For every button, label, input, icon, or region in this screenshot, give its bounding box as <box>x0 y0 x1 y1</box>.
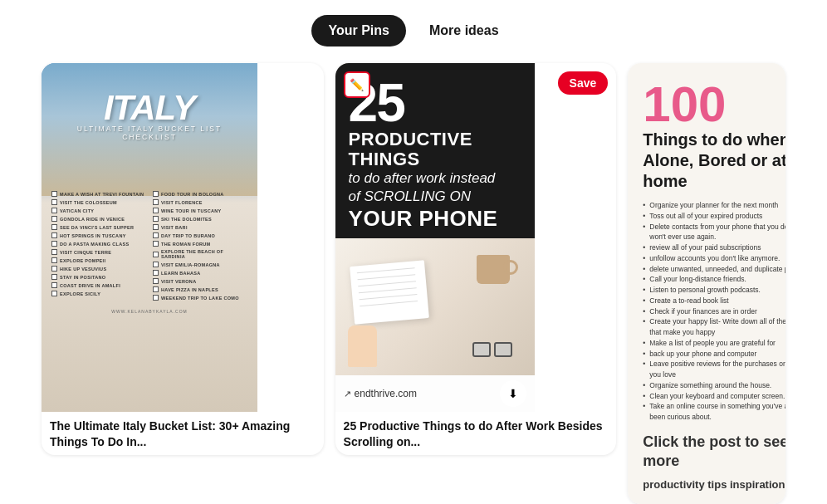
checklist-text: VISIT THE COLOSSEUM <box>60 200 117 205</box>
checklist-item: VISIT FLORENCE <box>153 199 247 205</box>
list-item: Take an online course in something you'v… <box>643 401 785 423</box>
checklist-item: SKI THE DOLOMITES <box>153 216 247 222</box>
productive-title-bold: PRODUCTIVE THINGS <box>349 130 521 169</box>
pins-grid: ITALY ULTIMATE ITALY BUCKET LIST CHECKLI… <box>0 63 827 504</box>
list-item: Clean your keyboard and computer screen. <box>643 391 785 402</box>
100things-tag: productivity tips inspiration <box>643 478 785 491</box>
checklist-text: HIKE UP VESUVIUS <box>60 267 106 272</box>
checkbox <box>51 224 57 230</box>
list-item: Organize your planner for the next month <box>643 200 785 211</box>
checklist-text: FOOD TOUR IN BOLOGNA <box>161 192 224 197</box>
checklist-item: DO A PASTA MAKING CLASS <box>51 241 146 247</box>
checklist-text: VISIT BARI <box>161 225 188 230</box>
checklist-item: VISIT THE COLOSSEUM <box>51 199 146 205</box>
save-button[interactable]: Save <box>558 71 609 95</box>
coffee-cup-visual <box>477 255 510 284</box>
100things-content: 100 Things to do when Alone, Bored or at… <box>628 63 785 504</box>
100things-title: Things to do when Alone, Bored or at hom… <box>643 130 785 192</box>
list-item: Check if your finances are in order <box>643 306 785 317</box>
checklist-text: DO A PASTA MAKING CLASS <box>60 242 129 247</box>
glasses-frame <box>472 342 518 359</box>
endthrive-url: endthrive.com <box>355 388 417 399</box>
checkbox <box>153 191 159 197</box>
list-item: unfollow accounts you don't like anymore… <box>643 253 785 264</box>
checklist-text: SEE DA VINCI'S LAST SUPPER <box>60 225 134 230</box>
checkbox <box>153 199 159 205</box>
italy-card[interactable]: ITALY ULTIMATE ITALY BUCKET LIST CHECKLI… <box>42 63 324 455</box>
checkbox <box>51 291 57 296</box>
checklist-item: VISIT VERONA <box>153 278 247 284</box>
checklist-item: MAKE A WISH AT TREVI FOUNTAIN <box>51 191 146 197</box>
checkbox <box>153 224 159 230</box>
checklist-text: VISIT EMILIA-ROMAGNA <box>161 262 220 267</box>
italy-caption: The Ultimate Italy Bucket List: 30+ Amaz… <box>42 412 324 455</box>
checklist-text: STAY IN POSITANO <box>60 275 105 280</box>
checkbox <box>51 216 57 222</box>
checkbox <box>153 241 159 247</box>
checklist-item: VATICAN CITY <box>51 208 146 213</box>
checklist-text: MAKE A WISH AT TREVI FOUNTAIN <box>60 192 144 197</box>
your-pins-tab[interactable]: Your Pins <box>311 15 406 46</box>
checklist-item: SEE DA VINCI'S LAST SUPPER <box>51 224 146 230</box>
list-item: Toss out all of your expired products <box>643 211 785 222</box>
hand-visual <box>348 325 377 367</box>
desk-visual <box>335 238 535 375</box>
checklist-item: WINE TOUR IN TUSCANY <box>153 208 247 213</box>
list-item: Leave positive reviews for the purchases… <box>643 359 785 380</box>
glasses-lens-right <box>494 342 512 357</box>
productive-title-of: of SCROLLING ON <box>349 188 521 206</box>
checkbox <box>153 232 159 238</box>
more-ideas-tab[interactable]: More ideas <box>413 15 516 46</box>
endthrive-bar: ↗ endthrive.com ⬇ <box>335 375 535 412</box>
productive-title-script: to do after work instead <box>349 169 521 188</box>
checklist-item: STAY IN POSITANO <box>51 274 146 280</box>
list-item: Create a to-read book list <box>643 296 785 306</box>
checklist-item: EXPLORE THE BEACH OF SARDINIA <box>153 249 247 259</box>
productive-card[interactable]: 25 PRODUCTIVE THINGS to do after work in… <box>335 63 617 455</box>
checkbox <box>153 286 159 292</box>
list-item: Create your happy list- Write down all o… <box>643 316 785 338</box>
list-item: delete unwanted, unneeded, and duplicate… <box>643 264 785 275</box>
checklist-item: VISIT EMILIA-ROMAGNA <box>153 262 247 267</box>
italy-footer: WWW.KELANABYKAYLA.COM <box>111 309 187 314</box>
checklist-text: SKI THE DOLOMITES <box>161 217 212 222</box>
checklist-text: EXPLORE SICILY <box>60 291 100 296</box>
productive-title-big: YOUR PHONE <box>349 207 521 231</box>
checklist-item: EXPLORE SICILY <box>51 291 146 296</box>
glasses-visual <box>472 342 518 359</box>
top-navigation: Your Pins More ideas <box>0 0 827 63</box>
checklist-text: VISIT FLORENCE <box>161 200 203 205</box>
edit-button[interactable]: ✏️ <box>344 71 370 98</box>
checklist-text: EXPLORE POMPEII <box>60 258 105 263</box>
list-item: Listen to personal growth podcasts. <box>643 285 785 296</box>
productive-image-content: 25 PRODUCTIVE THINGS to do after work in… <box>335 63 535 412</box>
italy-title: ITALY <box>104 88 195 128</box>
checkbox <box>51 241 57 247</box>
checkbox <box>51 208 57 213</box>
checklist-col-right: FOOD TOUR IN BOLOGNA VISIT FLORENCE WINE… <box>153 191 247 301</box>
checklist-text: WEEKEND TRIP TO LAKE COMO <box>161 296 239 301</box>
100things-click-more: Click the post to see more <box>643 433 785 472</box>
checkbox <box>51 232 57 238</box>
checklist-text: DAY TRIP TO BURANO <box>161 233 215 238</box>
list-item: Make a list of people you are grateful f… <box>643 338 785 349</box>
productive-number: 25 <box>349 76 521 130</box>
checkbox <box>51 191 57 197</box>
download-button[interactable]: ⬇ <box>500 380 526 407</box>
italy-image-content: ITALY ULTIMATE ITALY BUCKET LIST CHECKLI… <box>42 63 257 412</box>
italy-caption-text: The Ultimate Italy Bucket List: 30+ Amaz… <box>50 419 290 448</box>
checklist-text: COAST DRIVE IN AMALFI <box>60 283 120 288</box>
checklist-item: VISIT CINQUE TERRE <box>51 249 146 255</box>
checklist-item: LEARN BAHASA <box>153 270 247 276</box>
checklist-text: VISIT VERONA <box>161 279 196 284</box>
list-item: Delete contacts from your phone that you… <box>643 222 785 243</box>
checklist-item: FOOD TOUR IN BOLOGNA <box>153 191 247 197</box>
italy-checklist: MAKE A WISH AT TREVI FOUNTAIN VISIT THE … <box>51 191 247 302</box>
100things-card[interactable]: 100 Things to do when Alone, Bored or at… <box>628 63 785 504</box>
checkbox <box>51 282 57 288</box>
checklist-text: EXPLORE THE BEACH OF SARDINIA <box>161 249 247 259</box>
checklist-item: HAVE PIZZA IN NAPLES <box>153 286 247 292</box>
checklist-item: DAY TRIP TO BURANO <box>153 232 247 238</box>
checklist-item: HOT SPRINGS IN TUSCANY <box>51 232 146 238</box>
checklist-item: EXPLORE POMPEII <box>51 257 146 263</box>
